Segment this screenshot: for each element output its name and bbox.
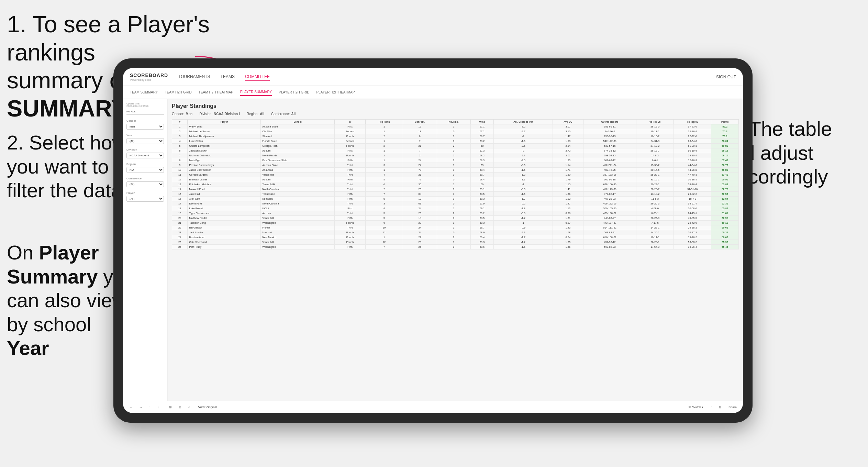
data-cell: 429-198-22 <box>583 211 636 216</box>
points-cell: 58.18 <box>711 148 739 153</box>
data-cell: 30 <box>403 182 437 187</box>
sidebar-no-rds-section: No Rds. <box>126 110 164 115</box>
data-cell: 607-63-12 <box>583 158 636 163</box>
toolbar-down[interactable]: ↓ <box>156 405 162 410</box>
nav-item-tournaments[interactable]: TOURNAMENTS <box>178 73 210 81</box>
points-cell: 53.49 <box>711 173 739 177</box>
nav-item-committee[interactable]: COMMITTEE <box>245 73 270 81</box>
data-cell: 1 <box>437 168 470 173</box>
data-cell: 1.61 <box>553 216 583 221</box>
points-cell: 55.87 <box>711 206 739 211</box>
school-name-cell: UCLA <box>261 206 335 211</box>
data-cell: 1 <box>366 124 403 129</box>
toolbar-zoom-out[interactable]: ⊟ <box>177 405 183 410</box>
data-cell: Third <box>334 182 365 187</box>
data-cell: 0 <box>437 148 470 153</box>
conference-select[interactable]: (All) <box>126 181 164 187</box>
player-select[interactable]: (All) <box>126 196 164 202</box>
data-cell: Fourth <box>334 153 365 158</box>
school-name-cell: Auburn <box>261 177 335 182</box>
nav-item-teams[interactable]: TEAMS <box>221 73 235 81</box>
col-overall-record: Overall Record <box>583 120 636 124</box>
division-select[interactable]: NCAA Division I <box>126 153 164 158</box>
data-cell: Fifth <box>334 216 365 221</box>
data-cell: 15 <box>403 124 437 129</box>
data-cell: 0 <box>437 197 470 201</box>
sub-nav-player-h2h-grid[interactable]: PLAYER H2H GRID <box>279 89 309 96</box>
toolbar-grid[interactable]: ⊞ <box>717 405 724 410</box>
player-name-cell: Preston Summerhays <box>188 163 261 168</box>
data-cell: 473-177-57 <box>583 221 636 225</box>
data-cell: 0 <box>437 139 470 144</box>
data-cell: 1 <box>366 158 403 163</box>
table-row: 22Ian GilliganFloridaThird1024168.7-0.91… <box>172 225 739 230</box>
data-cell: 1.66 <box>553 192 583 197</box>
data-cell: 0 <box>437 173 470 177</box>
year-select[interactable]: (All) <box>126 138 164 144</box>
sub-nav-player-h2h-heatmap[interactable]: PLAYER H2H HEATMAP <box>316 89 355 96</box>
data-cell: 51-51-10 <box>674 187 711 192</box>
points-cell: 50.18 <box>711 221 739 225</box>
data-cell: -1.8 <box>494 206 553 211</box>
toolbar-up[interactable]: ↑ <box>147 405 153 410</box>
toolbar-share[interactable]: Share <box>726 405 739 410</box>
points-cell: 50.27 <box>711 230 739 235</box>
data-cell: 2 <box>366 144 403 148</box>
toolbar-export[interactable]: ↕ <box>708 405 714 410</box>
data-cell: 68.2 <box>470 153 493 158</box>
data-cell: 25-22-1 <box>636 173 674 177</box>
sub-nav: TEAM SUMMARY TEAM H2H GRID TEAM H2H HEAT… <box>123 86 743 99</box>
data-cell: 54-51-4 <box>674 201 711 206</box>
toolbar-back[interactable]: ← <box>127 405 134 410</box>
data-cell: 698-54-13 <box>583 153 636 158</box>
sub-nav-team-h2h-heatmap[interactable]: TEAM H2H HEATMAP <box>199 89 233 96</box>
player-name-cell: Phichaksn Maichon <box>188 182 261 187</box>
data-cell: 50-19-9 <box>674 148 711 153</box>
data-cell: 19 <box>172 211 188 216</box>
table-row: 8Mats EgeEast Tennessee StateFifth124268… <box>172 158 739 163</box>
sub-nav-player-summary[interactable]: PLAYER SUMMARY <box>240 89 272 96</box>
gender-select[interactable]: Men <box>126 124 164 130</box>
data-cell: 1 <box>437 192 470 197</box>
data-cell: -1.1 <box>494 177 553 182</box>
toolbar-zoom-in[interactable]: ⊞ <box>167 405 174 410</box>
sidebar-gender-section: Gender Men <box>126 119 164 130</box>
data-cell: 628-150-30 <box>583 182 636 187</box>
data-cell: 68.7 <box>470 225 493 230</box>
toolbar-forward[interactable]: → <box>137 405 144 410</box>
data-cell: -2.3 <box>494 230 553 235</box>
data-cell: Fifth <box>334 177 365 182</box>
points-cell: 52.35 <box>711 201 739 206</box>
data-cell: 387-133-16 <box>583 173 636 177</box>
data-cell: Fourth <box>334 240 365 245</box>
col-reg-rank: Reg Rank <box>366 120 403 124</box>
sub-nav-team-summary[interactable]: TEAM SUMMARY <box>130 89 158 96</box>
year-label: Year <box>126 134 164 137</box>
data-cell: 61-20-3 <box>674 144 711 148</box>
player-name-cell: Jackson Koivun <box>188 148 261 153</box>
table-row: 3Michael ThorbjornsenStanfordFourth28068… <box>172 134 739 139</box>
data-cell: 3 <box>172 134 188 139</box>
no-rds-slider[interactable] <box>126 114 164 115</box>
sign-out-link[interactable]: Sign out <box>716 73 736 81</box>
toolbar-dot[interactable]: ○ <box>186 405 192 410</box>
data-cell: 24 <box>403 206 437 211</box>
region-select[interactable]: N/A <box>126 167 164 173</box>
points-cell: 50.69 <box>711 225 739 230</box>
data-cell: 7 <box>172 153 188 158</box>
sub-nav-team-h2h-grid[interactable]: TEAM H2H GRID <box>165 89 192 96</box>
data-cell: 73 <box>403 168 437 173</box>
data-cell: 22-29-7 <box>636 187 674 192</box>
data-cell: -0.6 <box>494 211 553 216</box>
toolbar-watch[interactable]: 👁 Watch ▾ <box>686 405 705 410</box>
data-cell: 440-26-6 <box>583 129 636 134</box>
data-cell: -1 <box>494 221 553 225</box>
data-cell: 19-11-1 <box>636 129 674 134</box>
data-cell: 509-82-21 <box>583 230 636 235</box>
data-cell: Fourth <box>334 144 365 148</box>
data-cell: 69.3 <box>470 240 493 245</box>
school-name-cell: Arizona <box>261 211 335 216</box>
data-cell: 10-11-1 <box>636 235 674 240</box>
data-cell: 467-29-23 <box>583 197 636 201</box>
data-cell: 1.93 <box>553 158 583 163</box>
